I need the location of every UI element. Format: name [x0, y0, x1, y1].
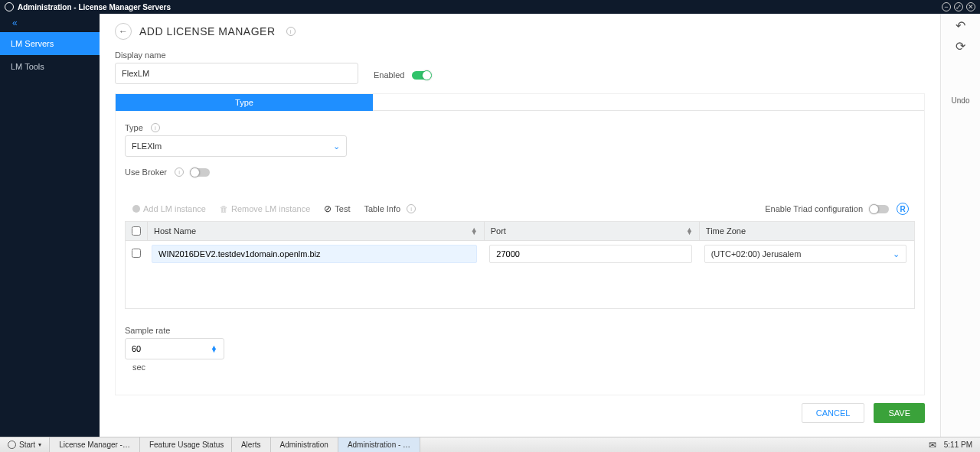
type-select[interactable]: FLEXlm ⌄: [125, 135, 347, 157]
spinner-arrows-icon[interactable]: ▲▼: [211, 346, 217, 353]
type-select-value: FLEXlm: [132, 141, 162, 151]
save-button[interactable]: SAVE: [874, 403, 925, 423]
start-logo-icon: [8, 441, 16, 449]
use-broker-label: Use Broker i: [125, 167, 184, 177]
cancel-button[interactable]: CANCEL: [802, 403, 865, 423]
instance-toolbar: Add LM instance 🗑 Remove LM instance ⊘ T…: [125, 197, 915, 221]
select-all-checkbox[interactable]: [132, 226, 141, 236]
add-icon: [132, 205, 140, 213]
sample-rate-label: Sample rate: [125, 326, 170, 335]
back-button[interactable]: ←: [115, 23, 132, 40]
undo-icon[interactable]: ↶: [956, 18, 965, 33]
undo-label: Undo: [952, 96, 970, 105]
host-name-input[interactable]: [152, 245, 477, 263]
chevron-down-icon: ⌄: [893, 249, 900, 259]
redo-icon[interactable]: ⟳: [956, 39, 965, 54]
sort-icon: ▲▼: [471, 228, 478, 235]
window-title: Administration - License Manager Servers: [18, 3, 171, 11]
main-content: ← ADD LICENSE MANAGER i Display name Ena…: [100, 14, 940, 437]
info-icon[interactable]: i: [286, 27, 296, 36]
minimize-button[interactable]: −: [942, 2, 951, 11]
type-label: Type i: [125, 123, 915, 132]
taskbar-item-administration[interactable]: Administration: [271, 437, 338, 452]
trash-icon: 🗑: [220, 204, 228, 213]
window-titlebar: Administration - License Manager Servers…: [0, 0, 980, 14]
triad-label: Enable Triad configuration: [765, 204, 863, 213]
select-all-header[interactable]: [126, 222, 147, 240]
sidebar-collapse-button[interactable]: «: [0, 14, 100, 32]
chevron-down-icon: ⌄: [333, 141, 340, 151]
enabled-toggle[interactable]: [412, 71, 430, 80]
start-label: Start: [19, 441, 35, 449]
chevron-down-icon: ▾: [38, 441, 41, 448]
use-broker-toggle[interactable]: [191, 168, 210, 177]
taskbar-item-feature-usage[interactable]: Feature Usage Status: [140, 437, 232, 452]
sort-icon: ▲▼: [686, 228, 693, 235]
page-title: ADD LICENSE MANAGER: [139, 25, 276, 37]
add-instance-button[interactable]: Add LM instance: [132, 204, 206, 213]
sample-rate-value: 60: [132, 344, 141, 353]
row-checkbox[interactable]: [132, 249, 141, 258]
maximize-button[interactable]: ⤢: [954, 2, 963, 11]
taskbar-item-administration-active[interactable]: Administration - …: [338, 437, 420, 452]
table-info-button[interactable]: Table Info i: [364, 204, 416, 213]
taskbar-clock: 5:11 PM: [944, 441, 972, 449]
sample-rate-input[interactable]: 60 ▲▼: [125, 338, 224, 359]
port-input[interactable]: [489, 245, 691, 263]
time-zone-select[interactable]: (UTC+02:00) Jerusalem ⌄: [704, 245, 906, 263]
use-broker-info-icon[interactable]: i: [175, 167, 184, 177]
type-panel: Type i FLEXlm ⌄ Use Broker i: [115, 111, 925, 395]
mail-icon[interactable]: ✉: [929, 440, 936, 450]
test-button[interactable]: ⊘ Test: [324, 203, 350, 214]
col-time-zone[interactable]: Time Zone: [699, 222, 914, 240]
col-host-name[interactable]: Host Name ▲▼: [147, 222, 484, 240]
type-info-icon[interactable]: i: [151, 123, 160, 132]
sample-rate-unit: sec: [132, 363, 145, 372]
sidebar-item-lm-tools[interactable]: LM Tools: [0, 55, 100, 78]
sidebar-item-lm-servers[interactable]: LM Servers: [0, 32, 100, 55]
taskbar: Start ▾ License Manager -… Feature Usage…: [0, 437, 980, 452]
enabled-label: Enabled: [374, 70, 404, 80]
r-badge-icon[interactable]: R: [897, 203, 909, 215]
taskbar-item-license-manager[interactable]: License Manager -…: [50, 437, 140, 452]
right-panel: ↶ ⟳ Undo Page 5 of: [940, 14, 980, 437]
table-info-icon: i: [407, 204, 416, 213]
display-name-input[interactable]: [115, 63, 358, 84]
tab-type[interactable]: Type: [116, 94, 373, 111]
sidebar: « LM Servers LM Tools: [0, 14, 100, 437]
start-button[interactable]: Start ▾: [0, 437, 50, 452]
time-zone-value: (UTC+02:00) Jerusalem: [711, 249, 802, 259]
close-button[interactable]: ✕: [966, 2, 975, 11]
table-row: (UTC+02:00) Jerusalem ⌄: [126, 241, 914, 267]
triad-toggle[interactable]: [871, 205, 889, 213]
app-logo-icon: [5, 2, 14, 11]
check-circle-icon: ⊘: [324, 203, 332, 214]
taskbar-item-alerts[interactable]: Alerts: [232, 437, 271, 452]
display-name-label: Display name: [115, 50, 358, 60]
instance-table: Host Name ▲▼ Port ▲▼ Time Zone: [125, 221, 915, 309]
col-port[interactable]: Port ▲▼: [484, 222, 699, 240]
remove-instance-button[interactable]: 🗑 Remove LM instance: [220, 204, 310, 213]
